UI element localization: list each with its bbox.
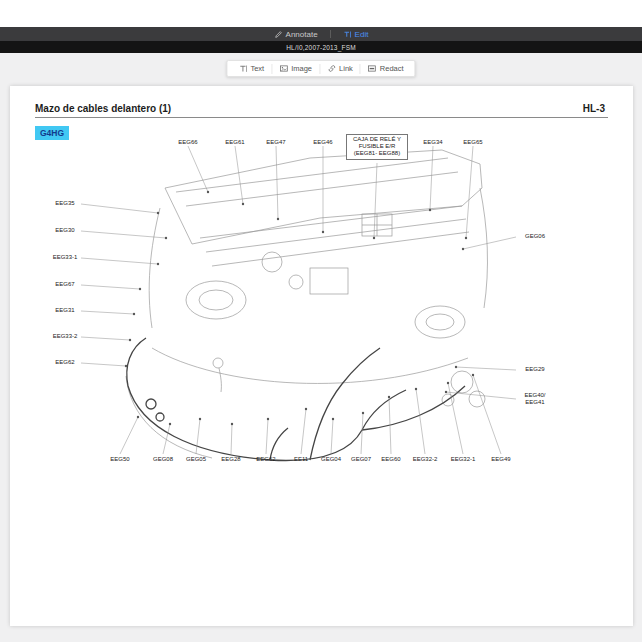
pencil-icon bbox=[274, 30, 283, 39]
part-label: EEG46 bbox=[308, 139, 338, 146]
document-page[interactable]: Mazo de cables delantero (1) HL-3 G4HG bbox=[10, 86, 633, 626]
part-label: GEG08 bbox=[148, 456, 178, 463]
redact-tool-label: Redact bbox=[380, 64, 404, 73]
part-label: EEG30 bbox=[50, 227, 80, 234]
edit-toolbar: Text Image Link Redact bbox=[226, 60, 415, 77]
part-label: EEG60 bbox=[376, 456, 406, 463]
part-label: EEG67 bbox=[50, 281, 80, 288]
image-tool-label: Image bbox=[291, 64, 312, 73]
text-tool-button[interactable]: Text bbox=[231, 61, 271, 76]
part-label: EEG34 bbox=[418, 139, 448, 146]
part-label: GEG06 bbox=[518, 233, 552, 240]
tab-edit-label: Edit bbox=[355, 30, 369, 39]
part-label: EEG49 bbox=[486, 456, 516, 463]
mode-tab-bar: Annotate Edit bbox=[0, 27, 642, 41]
part-label: EEG62 bbox=[50, 359, 80, 366]
link-tool-label: Link bbox=[339, 64, 353, 73]
document-title: HL/I0,2007-2013_FSM bbox=[286, 44, 356, 51]
part-label: EEG62 bbox=[251, 456, 281, 463]
part-label: EEG66 bbox=[173, 139, 203, 146]
text-icon bbox=[238, 64, 247, 73]
part-label: EEG29 bbox=[518, 366, 552, 373]
text-tool-label: Text bbox=[250, 64, 264, 73]
part-label: GEG04 bbox=[316, 456, 346, 463]
part-label: GEG05 bbox=[181, 456, 211, 463]
part-label: EEG65 bbox=[458, 139, 488, 146]
car-diagram-sketch bbox=[126, 150, 487, 460]
part-label: EE11 bbox=[286, 456, 316, 463]
part-label: EEG33-1 bbox=[50, 254, 80, 261]
tab-annotate[interactable]: Annotate bbox=[274, 27, 318, 41]
part-label: GEG07 bbox=[346, 456, 376, 463]
redact-tool-button[interactable]: Redact bbox=[361, 61, 411, 76]
part-label: EEG50 bbox=[105, 456, 135, 463]
wiring-diagram bbox=[10, 86, 633, 626]
part-label: EEG47 bbox=[261, 139, 291, 146]
workspace: Text Image Link Redact Mazo de cables de… bbox=[0, 53, 642, 642]
link-icon bbox=[327, 64, 336, 73]
image-tool-button[interactable]: Image bbox=[272, 61, 319, 76]
part-label: EEG32-2 bbox=[408, 456, 442, 463]
text-cursor-icon bbox=[343, 30, 352, 39]
tab-annotate-label: Annotate bbox=[286, 30, 318, 39]
redact-icon bbox=[368, 64, 377, 73]
part-label: EEG33-2 bbox=[50, 333, 80, 340]
part-label: EEG35 bbox=[50, 200, 80, 207]
part-label: EEG32-1 bbox=[446, 456, 480, 463]
part-label: EEG61 bbox=[220, 139, 250, 146]
link-tool-button[interactable]: Link bbox=[320, 61, 360, 76]
part-label: CAJA DE RELÉ Y FUSIBLE E/R (EEG81- EEG88… bbox=[346, 134, 408, 160]
part-label: EEG40/ EEG41 bbox=[518, 392, 552, 406]
tab-edit[interactable]: Edit bbox=[343, 27, 369, 41]
image-icon bbox=[279, 64, 288, 73]
tab-divider bbox=[330, 30, 331, 38]
part-label: EEG28 bbox=[216, 456, 246, 463]
part-label: EEG31 bbox=[50, 307, 80, 314]
document-title-bar: HL/I0,2007-2013_FSM bbox=[0, 41, 642, 53]
